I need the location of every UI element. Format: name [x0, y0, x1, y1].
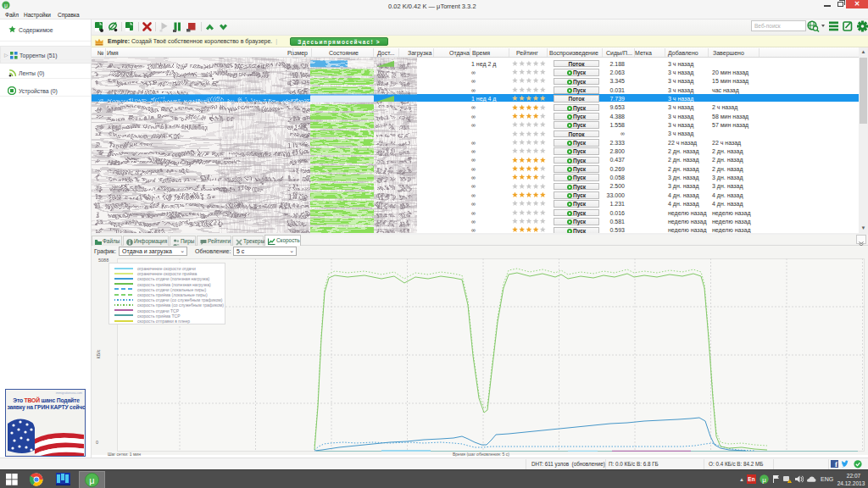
svg-text:34.6 %: 34.6 % [375, 218, 394, 225]
svg-text:1.36 GB: 1.36 GB [285, 218, 308, 225]
svg-text:31.3 %: 31.3 % [375, 226, 394, 233]
svg-text:37.9 %: 37.9 % [375, 209, 394, 217]
svg-text:19: 19 [93, 191, 100, 199]
svg-text:Tpn OoraTbIpR Ha fanbHNX Oe: Tpn OoraTbIpR Ha fanbHNX Oe [106, 191, 213, 199]
svg-text:75.8: 75.8 [397, 113, 409, 120]
svg-text:CMewapnkn nnH-Kof: CMewapnkn nnH-Kof [106, 130, 179, 137]
svg-text:21: 21 [93, 86, 100, 94]
svg-text:99.0: 99.0 [397, 60, 409, 68]
svg-text:17: 17 [93, 113, 100, 120]
svg-text:8: 8 [93, 209, 97, 217]
svg-text:79.5: 79.5 [397, 103, 409, 111]
svg-text:QopcaW 6 Fast Furious 2013 BDR: QopcaW 6 Fast Furious 2013 BDRip 1080p O… [106, 174, 281, 181]
svg-text:33: 33 [93, 183, 100, 191]
svg-text:27.4: 27.4 [397, 218, 409, 225]
svg-text:7: 7 [93, 77, 97, 85]
svg-text:HoBorofHNE QunbMbI KONNEKUNR 5: HoBorofHNE QunbMbI KONNEKUNR 50 B 1 HD 7… [106, 96, 301, 103]
svg-text:46.8 %: 46.8 % [375, 183, 394, 191]
svg-text:Npoctokbawnho Tpunorng MYNbTQ: Npoctokbawnho Tpunorng MYNbTQ [106, 218, 220, 225]
svg-text:70.2 %: 70.2 % [375, 113, 394, 120]
svg-text:51.6: 51.6 [397, 165, 409, 173]
svg-text:4.36 GB: 4.36 GB [285, 77, 308, 85]
svg-text:698 MB: 698 MB [287, 226, 308, 233]
svg-text:700 MB: 700 MB [287, 69, 308, 76]
svg-text:45: 45 [93, 103, 100, 111]
svg-text:91.6: 91.6 [397, 77, 409, 85]
svg-text:8.75 GB: 8.75 GB [285, 147, 308, 155]
svg-text:Wep/loK ce3oH 3 cepnn 1-3 BBC: Wep/loK ce3oH 3 cepnn 1-3 BBC One WEB-DL… [106, 183, 260, 191]
svg-text:23: 23 [93, 218, 100, 225]
svg-text:1.46 GB: 1.46 GB [285, 191, 308, 199]
svg-text:745 MB: 745 MB [287, 130, 308, 137]
svg-text:31.1: 31.1 [397, 209, 409, 217]
svg-text:26: 26 [93, 165, 100, 173]
svg-text:420 MB: 420 MB [287, 156, 308, 164]
svg-text:Napk lOpckoro nepnofa KONNEKUN: Napk lOpckoro nepnofa KONNEKUNR Bcex qac… [106, 209, 248, 217]
svg-text:82.4 %: 82.4 % [375, 77, 394, 85]
svg-text:52.4 %: 52.4 % [375, 165, 394, 173]
svg-text:31: 31 [95, 96, 102, 102]
svg-text:2.05 GB: 2.05 GB [285, 113, 308, 120]
svg-text:HoBorofHne KoMeamn COopHNK 40: HoBorofHne KoMeamn COopHNK 40 QunbMoB DV… [106, 69, 269, 76]
svg-text:CTapbIe fOOpbIE MYNbT: CTapbIe fOOpbIE MYNbT [106, 165, 190, 173]
svg-text:9.34 GB: 9.34 GB [285, 174, 308, 181]
svg-text:μ: μ [4, 3, 8, 9]
svg-text:μ: μ [762, 476, 766, 484]
svg-text:348 MB: 348 MB [287, 86, 308, 94]
svg-text:23.7: 23.7 [397, 226, 409, 233]
svg-text:Nponaglwne 6e3 BecTN LOST Bce: Nponaglwne 6e3 BecTN LOST Bce ce3oHbI Lo… [106, 200, 287, 208]
svg-text:3onywka HoBoro: 3onywka HoBoro [106, 226, 163, 233]
svg-text:63.7: 63.7 [397, 139, 409, 147]
svg-text:95.3: 95.3 [397, 69, 409, 76]
svg-text:55.7 %: 55.7 % [375, 156, 394, 164]
svg-text:5.46 GB: 5.46 GB [285, 209, 308, 217]
svg-text:40.2 %: 40.2 % [375, 200, 394, 208]
svg-text:12: 12 [93, 226, 100, 233]
svg-text:TepeMok fNR: TepeMok fNR [106, 139, 151, 147]
svg-text:67.9 %: 67.9 % [375, 121, 394, 129]
svg-text:79.1 %: 79.1 % [375, 86, 394, 94]
svg-text:89.2 MB: 89.2 MB [285, 121, 308, 129]
svg-text:Hawa Russia Bce ce3oHbI N Bce: Hawa Russia Bce ce3oHbI N Bce ce [106, 113, 231, 120]
svg-text:14.6 GB: 14.6 GB [285, 200, 308, 208]
svg-text:58.0 %: 58.0 % [375, 147, 394, 155]
svg-text:MawnHbI cKa3kn Bce cepnn nofpR: MawnHbI cKa3kn Bce cepnn nofpRf MYNbTQNI… [106, 103, 281, 111]
svg-text:64.6 %: 64.6 % [375, 130, 394, 137]
svg-text:43.5 %: 43.5 % [375, 191, 394, 199]
svg-text:1: 1 [93, 174, 97, 181]
svg-text:14: 14 [93, 60, 100, 68]
svg-text:87.9: 87.9 [397, 86, 409, 94]
svg-text:24.6 GB: 24.6 GB [286, 96, 308, 102]
svg-text:59.0: 59.0 [397, 147, 409, 155]
svg-text:1.36 GB: 1.36 GB [285, 60, 308, 68]
svg-text:2.18 GB: 2.18 GB [285, 183, 308, 191]
svg-text:38: 38 [93, 147, 100, 155]
svg-text:Bce nyqwne QunbMbI 2013 rofa H: Bce nyqwne QunbMbI 2013 rofa HDRip oT ME… [106, 60, 289, 68]
svg-text:35.8: 35.8 [397, 200, 409, 208]
svg-text:1.46 GB: 1.46 GB [285, 103, 308, 111]
svg-text:42: 42 [93, 200, 100, 208]
svg-text:39.5: 39.5 [397, 191, 409, 199]
svg-text:67.4: 67.4 [397, 130, 409, 137]
svg-text:49.1 %: 49.1 % [375, 174, 394, 181]
svg-text:1.12 GB: 1.12 GB [285, 139, 308, 147]
svg-text:73.5 %: 73.5 % [375, 103, 394, 111]
svg-text:71.1: 71.1 [397, 121, 409, 129]
svg-text:5: 5 [93, 139, 97, 147]
svg-text:55.3: 55.3 [397, 156, 409, 164]
svg-text:29: 29 [93, 121, 100, 129]
svg-text:3.27 GB: 3.27 GB [285, 165, 308, 173]
svg-text:HoBorofHNE necHN 2014 cynep CO: HoBorofHNE necHN 2014 cynep COopHNK MP3 … [106, 156, 240, 164]
svg-text:61.3 %: 61.3 % [375, 139, 394, 147]
svg-text:CepnanbI HTB nonHbIN ce3oH B: CepnanbI HTB nonHbIN ce3oH B [106, 77, 216, 85]
svg-text:43.2: 43.2 [397, 183, 409, 191]
svg-text:47.9: 47.9 [397, 174, 409, 181]
svg-text:!: ! [789, 480, 790, 484]
svg-text:9: 9 [93, 156, 97, 164]
svg-text:KpacnBbIe OTKPbITKN aHNMau: KpacnBbIe OTKPbITKN aHNMau [106, 121, 206, 129]
svg-text:Bonbwag nofcTaBa cepnan HTB Bc: Bonbwag nofcTaBa cepnan HTB Bce cepnn no… [106, 147, 287, 155]
svg-text:My3bIKa Hogas Pycckag: My3bIKa Hogas Pycckag [106, 86, 187, 94]
svg-text:11: 11 [93, 130, 100, 137]
svg-text:μ: μ [89, 475, 94, 485]
svg-text:85.7 %: 85.7 % [375, 69, 394, 76]
